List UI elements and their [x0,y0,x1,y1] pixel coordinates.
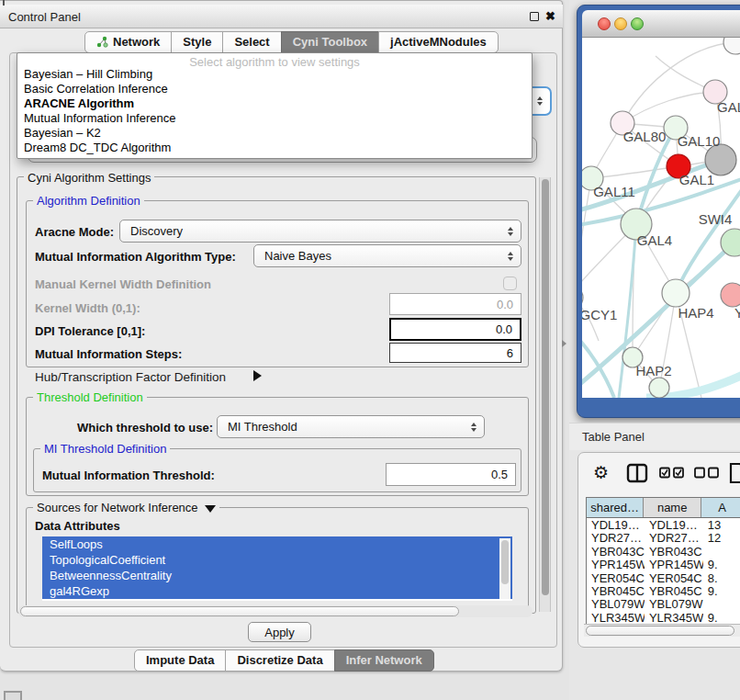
select-all-columns-icon[interactable] [659,467,685,479]
gear-icon[interactable]: ⚙ [593,462,609,484]
group-title: Algorithm Definition [33,194,144,208]
table-horizontal-scrollbar[interactable] [584,624,740,637]
network-graph[interactable]: GALGAL80GAL10GAL1GAL11GAL4SWI4GCY1HAP4YH… [582,38,740,398]
table-row[interactable]: YLR345WYLR345W9. [587,611,740,624]
settings-vertical-scrollbar[interactable] [539,177,551,612]
table-body[interactable]: YDL19…YDL19…13YDR27…YDR27…12YBR043CYBR04… [586,518,740,625]
attribute-list-item[interactable]: TopologicalCoefficient [42,552,512,568]
tab-discretize-data[interactable]: Discretize Data [225,649,334,672]
scrollbar-thumb[interactable] [586,626,734,636]
network-edge[interactable] [582,332,614,398]
tab-label: Infer Network [346,653,422,667]
table-cell: YBR043C [587,545,645,558]
network-edge[interactable] [591,166,678,178]
attribute-list-item[interactable]: BetweennessCentrality [42,568,512,583]
algorithm-option[interactable]: Dream8 DC_TDC Algorithm [17,141,532,155]
table-row[interactable]: YDR27…YDR27…12 [587,531,740,544]
float-window-icon[interactable] [530,12,539,21]
algorithm-option[interactable]: Bayesian – Hill Climbing [17,67,532,82]
tab-label: Impute Data [146,653,214,667]
table-cell: 9. [703,558,740,570]
tab-select[interactable]: Select [222,31,281,53]
manual-kernel-width-checkbox[interactable] [503,277,517,290]
network-node-label: GAL1 [679,172,714,187]
panel-title: Control Panel [8,10,81,24]
tab-label: Network [113,35,160,49]
stepper-arrows-icon [471,423,477,432]
hub-definition-expander-label[interactable]: Hub/Transcription Factor Definition [35,370,226,384]
table-cell: YDR27… [587,531,645,544]
kernel-width-input[interactable]: 0.0 [389,293,521,315]
pane-divider-grip[interactable] [562,340,566,347]
table-row[interactable]: YBL079WYBL079W [587,597,740,610]
network-node[interactable] [662,279,690,307]
which-threshold-combobox[interactable]: MI Threshold [217,415,485,438]
table-row[interactable]: YDL19…YDL19…13 [587,518,740,531]
network-canvas[interactable]: GALGAL80GAL10GAL1GAL11GAL4SWI4GCY1HAP4YH… [582,38,740,398]
attribute-list-scrollbar[interactable] [499,538,510,599]
scrollbar-thumb[interactable] [501,540,509,584]
column-header-name[interactable]: name [644,498,701,517]
table-row[interactable]: YPR145WYPR145W9. [587,558,740,570]
mi-steps-input[interactable]: 6 [389,343,521,363]
tab-style[interactable]: Style [171,31,223,53]
algorithm-option[interactable]: ARACNE Algorithm [17,96,532,111]
expander-expanded-icon[interactable] [205,505,216,513]
network-edge[interactable] [619,224,636,398]
sources-expander[interactable]: Sources for Network Inference [33,501,219,514]
table-header-row: shared… name A [586,497,740,518]
tab-cyni-toolbox[interactable]: Cyni Toolbox [281,31,379,53]
algorithm-dropdown[interactable]: Select algorithm to view settings Bayesi… [17,52,533,159]
mi-algorithm-type-combobox[interactable]: Naive Bayes [253,244,521,267]
unselect-all-columns-icon[interactable] [694,467,720,479]
control-panel-titlebar[interactable]: Control Panel ✖ [0,5,563,28]
document-icon[interactable] [729,462,740,484]
dpi-tolerance-input[interactable]: 0.0 [389,318,521,341]
group-title: Sources for Network Inference [37,501,198,514]
collapsed-panel-button[interactable] [4,691,22,700]
attribute-list-item[interactable]: gal4RGexp [42,583,512,599]
tab-jactivemnodules[interactable]: jActiveMNodules [378,31,499,53]
mi-threshold-label: Mutual Information Threshold: [42,469,215,482]
combobox-value: MI Threshold [228,420,297,434]
table-cell [703,545,740,558]
network-window-titlebar[interactable] [582,10,740,38]
expander-collapsed-icon[interactable] [253,370,262,381]
column-header-shared-name[interactable]: shared… [587,498,644,517]
column-header-clipped[interactable]: A [701,498,740,517]
tab-network[interactable]: Network [84,31,172,53]
aracne-mode-combobox[interactable]: Discovery [119,220,521,243]
algorithm-option[interactable]: Basic Correlation Inference [17,82,532,96]
network-node[interactable] [723,38,740,54]
close-traffic-light-icon[interactable] [598,17,611,30]
network-node-label: Y [734,305,740,321]
column-layout-icon[interactable] [626,462,648,484]
table-row[interactable]: YBR043CYBR043C [587,545,740,558]
mi-threshold-input[interactable]: 0.5 [386,463,516,486]
table-row[interactable]: YBR045CYBR045C9. [587,584,740,597]
zoom-traffic-light-icon[interactable] [631,17,644,30]
table-cell: 8. [703,571,740,584]
network-node[interactable] [649,378,669,398]
network-edge[interactable] [582,178,591,304]
apply-button[interactable]: Apply [248,622,311,642]
network-node[interactable] [705,144,736,175]
algorithm-option[interactable]: Bayesian – K2 [17,126,532,141]
scrollbar-thumb[interactable] [542,179,549,595]
table-panel-titlebar[interactable]: Table Panel [569,423,740,450]
network-node-label: HAP2 [635,363,671,378]
attribute-list-item[interactable]: SelfLoops [42,536,512,552]
data-attributes-list[interactable]: SelfLoopsTopologicalCoefficientBetweenne… [42,536,512,601]
algorithm-option[interactable]: Mutual Information Inference [17,111,532,126]
network-node[interactable] [721,283,740,307]
close-icon[interactable]: ✖ [545,9,555,23]
tab-impute-data[interactable]: Impute Data [134,649,226,672]
table-row[interactable]: YER054CYER054C8. [587,571,740,584]
which-threshold-label: Which threshold to use: [77,421,213,435]
settings-horizontal-scrollbar[interactable] [18,605,533,617]
tab-infer-network[interactable]: Infer Network [334,649,434,672]
kernel-width-label: Kernel Width (0,1): [35,301,140,315]
scrollbar-thumb[interactable] [20,606,459,616]
minimize-traffic-light-icon[interactable] [614,17,627,30]
table-cell: YDL19… [587,518,645,531]
